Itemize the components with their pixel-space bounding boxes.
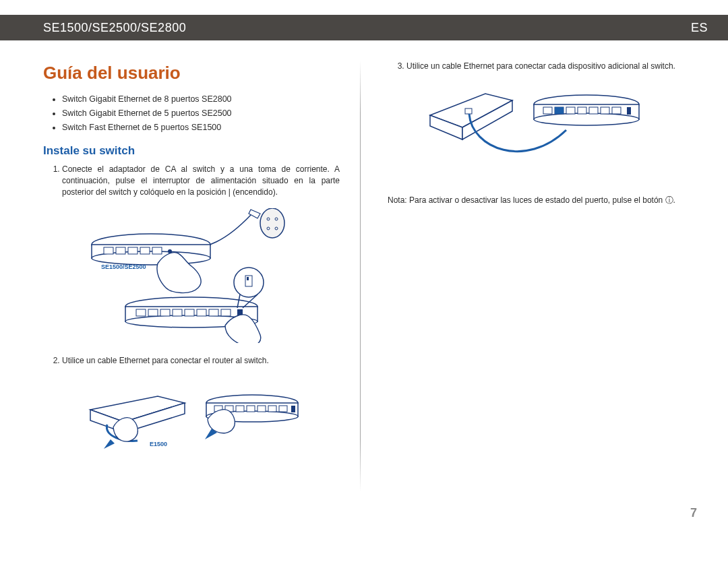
header-lang: ES	[691, 21, 708, 35]
svg-rect-18	[148, 309, 158, 316]
page-number: 7	[690, 506, 697, 520]
install-steps-cont: Utilice un cable Ethernet para conectar …	[43, 355, 340, 367]
svg-rect-22	[197, 309, 206, 316]
page-title: Guía del usuario	[43, 61, 340, 86]
svg-rect-9	[116, 247, 125, 254]
list-item: Switch Gigabit Ethernet de 5 puertos SE2…	[62, 107, 340, 119]
svg-rect-10	[128, 247, 138, 254]
product-list: Switch Gigabit Ethernet de 8 puertos SE2…	[43, 93, 340, 133]
svg-rect-36	[236, 406, 244, 412]
figure-caption: SE1500/SE2500	[101, 263, 146, 270]
svg-rect-41	[291, 406, 295, 412]
step-3: Utilice un cable Ethernet para conectar …	[406, 61, 677, 72]
svg-rect-42	[465, 108, 472, 114]
install-steps-right: Utilice un cable Ethernet para conectar …	[388, 61, 677, 72]
step-1: Conecte el adaptador de CA al switch y a…	[62, 164, 340, 199]
svg-rect-50	[589, 107, 598, 114]
svg-rect-21	[185, 309, 194, 316]
svg-rect-17	[136, 309, 146, 316]
svg-rect-49	[578, 107, 586, 114]
svg-rect-37	[247, 406, 255, 412]
figure-power: SE1500/SE2500	[43, 208, 340, 343]
right-column: Utilice un cable Ethernet para conectar …	[361, 61, 677, 526]
svg-rect-51	[601, 107, 609, 114]
svg-rect-11	[140, 247, 150, 254]
install-steps: Conecte el adaptador de CA al switch y a…	[43, 164, 340, 199]
list-item: Switch Gigabit Ethernet de 8 puertos SE2…	[62, 93, 340, 105]
svg-rect-39	[268, 406, 276, 412]
svg-rect-19	[160, 309, 170, 316]
svg-rect-38	[257, 406, 266, 412]
svg-rect-52	[612, 107, 621, 114]
svg-rect-53	[555, 107, 564, 114]
figure-router: E1500	[43, 376, 340, 450]
section-heading: Instale su switch	[43, 143, 340, 160]
content-area: Guía del usuario Switch Gigabit Ethernet…	[0, 40, 728, 526]
svg-rect-30	[247, 277, 249, 280]
svg-rect-12	[152, 247, 162, 254]
list-item: Switch Fast Ethernet de 5 puertos SE1500	[62, 121, 340, 133]
svg-rect-24	[221, 309, 231, 316]
document-header: SE1500/SE2500/SE2800 ES	[0, 15, 728, 40]
step-2: Utilice un cable Ethernet para conectar …	[62, 355, 340, 367]
svg-rect-20	[173, 309, 182, 316]
svg-rect-48	[566, 107, 575, 114]
svg-rect-54	[627, 107, 631, 115]
figure-device	[388, 82, 677, 183]
svg-rect-46	[543, 107, 552, 114]
svg-point-45	[534, 113, 639, 125]
left-column: Guía del usuario Switch Gigabit Ethernet…	[43, 61, 360, 526]
svg-rect-23	[209, 309, 218, 316]
note-text: Nota: Para activar o desactivar las luce…	[388, 195, 677, 206]
svg-point-0	[260, 208, 284, 238]
svg-rect-8	[104, 247, 113, 254]
figure-caption: E1500	[150, 441, 167, 447]
svg-rect-40	[279, 406, 287, 412]
header-model: SE1500/SE2500/SE2800	[43, 21, 186, 35]
